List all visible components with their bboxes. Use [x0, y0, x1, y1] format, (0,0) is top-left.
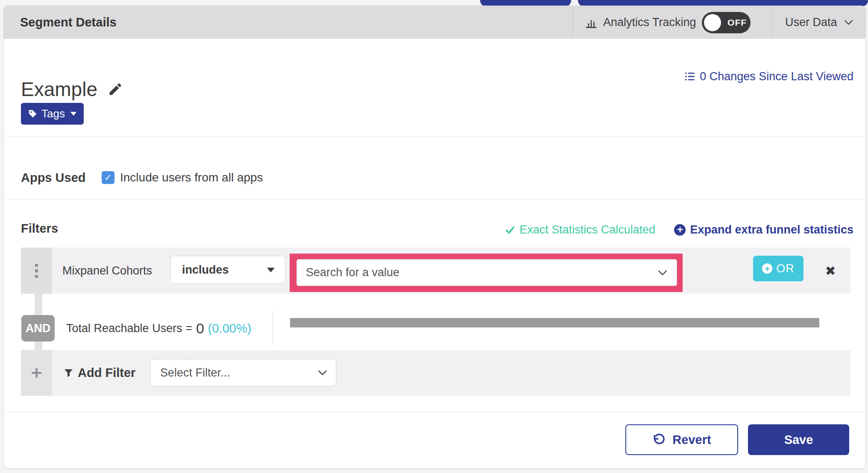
pencil-icon [108, 82, 123, 97]
add-filter-label-group: Add Filter [64, 350, 135, 396]
changes-link-label: 0 Changes Since Last Viewed [700, 70, 853, 83]
vertical-dots-icon [35, 264, 38, 278]
chevron-down-icon [844, 20, 853, 25]
reachable-percent: (0.00%) [208, 321, 252, 336]
tag-icon [28, 109, 37, 118]
add-or-condition-button[interactable]: + OR [753, 256, 803, 281]
expand-funnel-label: Expand extra funnel statistics [690, 223, 853, 236]
user-data-dropdown[interactable]: User Data [785, 6, 853, 39]
plus-circle-icon: + [674, 224, 686, 236]
apps-used-label: Apps Used [21, 171, 85, 185]
caret-down-icon [70, 112, 76, 116]
changes-since-last-viewed-link[interactable]: 0 Changes Since Last Viewed [684, 69, 853, 84]
drag-handle[interactable] [21, 248, 52, 294]
section-divider [4, 136, 865, 137]
undo-arrow-icon [652, 433, 666, 447]
value-search-placeholder: Search for a value [306, 266, 399, 279]
funnel-icon [64, 368, 73, 378]
changelog-list-icon [684, 71, 695, 82]
filter-row: Mixpanel Cohorts includes Search for a v… [21, 248, 850, 294]
segment-name: Example [21, 78, 97, 101]
plus-circle-icon: + [762, 263, 772, 274]
caret-down-icon [267, 268, 275, 272]
revert-button[interactable]: Revert [625, 424, 738, 455]
segment-details-panel: Segment Details Analytics Tracking OFF U… [3, 6, 866, 469]
operator-select[interactable]: includes [170, 256, 285, 284]
select-filter-dropdown[interactable]: Select Filter... [150, 359, 337, 387]
expand-funnel-statistics-link[interactable]: + Expand extra funnel statistics [674, 223, 853, 236]
exact-statistics-label: Exact Statistics Calculated [519, 223, 655, 236]
filter-name: Mixpanel Cohorts [62, 248, 152, 294]
value-search-select[interactable]: Search for a value [296, 259, 677, 286]
segment-name-row: Example [21, 78, 123, 101]
and-label: AND [26, 322, 51, 335]
tags-button-label: Tags [41, 107, 65, 120]
and-connector-badge: AND [21, 315, 55, 342]
toggle-knob [704, 14, 721, 31]
chevron-down-icon [318, 370, 327, 376]
footer-divider [4, 412, 865, 412]
remove-filter-button[interactable]: ✖ [815, 248, 845, 294]
save-button-label: Save [784, 433, 813, 447]
total-reachable-users: Total Reachable Users = 0 (0.00%) [66, 315, 251, 342]
plus-icon [31, 368, 42, 378]
revert-button-label: Revert [672, 433, 711, 447]
or-button-label: OR [776, 262, 795, 275]
panel-header: Segment Details Analytics Tracking OFF U… [4, 6, 865, 39]
exact-statistics-status: Exact Statistics Calculated [505, 223, 655, 236]
user-data-label: User Data [785, 16, 837, 29]
include-all-apps-checkbox[interactable]: ✓ [102, 171, 114, 184]
operator-value: includes [182, 263, 229, 277]
tags-button[interactable]: Tags [21, 103, 84, 125]
header-divider [573, 6, 573, 39]
analytics-tracking-toggle[interactable]: OFF [702, 12, 751, 33]
chevron-down-icon [658, 270, 667, 276]
toggle-state-label: OFF [724, 12, 751, 33]
analytics-tracking-group: Analytics Tracking OFF [585, 6, 751, 39]
save-button[interactable]: Save [748, 424, 849, 455]
reachable-label: Total Reachable Users = [66, 322, 192, 335]
page-title: Segment Details [20, 6, 117, 39]
bar-chart-icon [585, 16, 598, 29]
filters-status-row: Exact Statistics Calculated + Expand ext… [505, 223, 853, 236]
annotation-highlight-box: Search for a value [290, 254, 683, 292]
include-all-apps-label: Include users from all apps [120, 171, 263, 184]
add-filter-row: Add Filter Select Filter... [21, 350, 850, 396]
check-icon [505, 225, 515, 235]
close-icon: ✖ [825, 263, 836, 278]
section-divider [4, 199, 865, 200]
add-filter-label: Add Filter [78, 366, 135, 380]
filters-heading: Filters [21, 222, 58, 236]
reachable-users-bar [290, 318, 819, 327]
stats-divider [273, 310, 273, 346]
add-row-handle[interactable] [21, 350, 52, 396]
check-icon: ✓ [104, 172, 112, 183]
edit-name-button[interactable] [108, 82, 123, 97]
analytics-tracking-label: Analytics Tracking [603, 16, 696, 29]
header-divider [771, 6, 772, 39]
reachable-value: 0 [196, 320, 204, 337]
select-filter-placeholder: Select Filter... [160, 366, 230, 380]
